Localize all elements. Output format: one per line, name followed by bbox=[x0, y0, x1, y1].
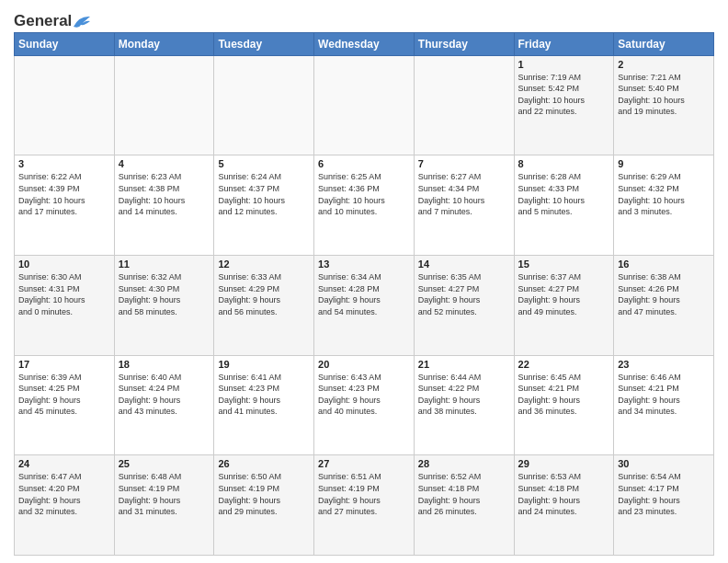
day-info: Sunrise: 7:19 AMSunset: 5:42 PMDaylight:… bbox=[518, 72, 610, 118]
day-info: Sunrise: 6:28 AMSunset: 4:33 PMDaylight:… bbox=[518, 171, 610, 217]
day-header-monday: Monday bbox=[114, 32, 214, 55]
day-header-friday: Friday bbox=[514, 32, 614, 55]
logo: General bbox=[14, 13, 92, 29]
calendar-cell: 1Sunrise: 7:19 AMSunset: 5:42 PMDaylight… bbox=[514, 55, 614, 155]
day-info: Sunrise: 6:47 AMSunset: 4:20 PMDaylight:… bbox=[18, 471, 110, 517]
day-info: Sunrise: 6:50 AMSunset: 4:19 PMDaylight:… bbox=[218, 471, 310, 517]
day-info: Sunrise: 6:25 AMSunset: 4:36 PMDaylight:… bbox=[318, 171, 410, 217]
calendar-cell bbox=[15, 55, 115, 155]
header: General bbox=[14, 9, 714, 29]
day-info: Sunrise: 6:43 AMSunset: 4:23 PMDaylight:… bbox=[318, 372, 410, 418]
calendar-cell bbox=[114, 55, 214, 155]
calendar-cell: 4Sunrise: 6:23 AMSunset: 4:38 PMDaylight… bbox=[114, 155, 214, 256]
day-number: 1 bbox=[518, 59, 610, 70]
calendar-cell: 25Sunrise: 6:48 AMSunset: 4:19 PMDayligh… bbox=[114, 455, 214, 556]
calendar-cell: 7Sunrise: 6:27 AMSunset: 4:34 PMDaylight… bbox=[414, 155, 514, 256]
day-info: Sunrise: 6:46 AMSunset: 4:21 PMDaylight:… bbox=[618, 372, 710, 418]
day-number: 25 bbox=[119, 458, 210, 469]
calendar-cell: 23Sunrise: 6:46 AMSunset: 4:21 PMDayligh… bbox=[614, 355, 714, 455]
day-header-sunday: Sunday bbox=[15, 32, 115, 55]
day-number: 11 bbox=[119, 259, 210, 270]
day-info: Sunrise: 6:34 AMSunset: 4:28 PMDaylight:… bbox=[318, 271, 410, 317]
day-number: 29 bbox=[518, 458, 610, 469]
day-number: 21 bbox=[418, 359, 510, 370]
day-number: 12 bbox=[218, 259, 310, 270]
day-header-thursday: Thursday bbox=[414, 32, 514, 55]
day-info: Sunrise: 6:33 AMSunset: 4:29 PMDaylight:… bbox=[218, 271, 310, 317]
calendar-cell: 2Sunrise: 7:21 AMSunset: 5:40 PMDaylight… bbox=[614, 55, 714, 155]
day-info: Sunrise: 6:39 AMSunset: 4:25 PMDaylight:… bbox=[18, 372, 110, 418]
day-number: 26 bbox=[218, 458, 310, 469]
day-header-saturday: Saturday bbox=[614, 32, 714, 55]
day-info: Sunrise: 6:52 AMSunset: 4:18 PMDaylight:… bbox=[418, 471, 510, 517]
calendar-cell: 21Sunrise: 6:44 AMSunset: 4:22 PMDayligh… bbox=[414, 355, 514, 455]
calendar-cell: 14Sunrise: 6:35 AMSunset: 4:27 PMDayligh… bbox=[414, 256, 514, 356]
calendar-cell: 8Sunrise: 6:28 AMSunset: 4:33 PMDaylight… bbox=[514, 155, 614, 256]
day-info: Sunrise: 6:54 AMSunset: 4:17 PMDaylight:… bbox=[618, 471, 710, 517]
logo-content: General bbox=[14, 13, 92, 29]
calendar-cell: 6Sunrise: 6:25 AMSunset: 4:36 PMDaylight… bbox=[314, 155, 415, 256]
day-number: 19 bbox=[218, 359, 310, 370]
calendar-cell: 12Sunrise: 6:33 AMSunset: 4:29 PMDayligh… bbox=[214, 256, 314, 356]
day-number: 7 bbox=[418, 158, 510, 169]
day-info: Sunrise: 6:35 AMSunset: 4:27 PMDaylight:… bbox=[418, 271, 510, 317]
day-number: 2 bbox=[618, 59, 710, 70]
calendar-cell: 19Sunrise: 6:41 AMSunset: 4:23 PMDayligh… bbox=[214, 355, 314, 455]
day-number: 20 bbox=[318, 359, 410, 370]
day-number: 16 bbox=[618, 259, 710, 270]
calendar-cell: 22Sunrise: 6:45 AMSunset: 4:21 PMDayligh… bbox=[514, 355, 614, 455]
calendar-cell: 18Sunrise: 6:40 AMSunset: 4:24 PMDayligh… bbox=[114, 355, 214, 455]
logo-line1: General bbox=[14, 13, 92, 30]
day-number: 3 bbox=[18, 158, 110, 169]
day-info: Sunrise: 6:30 AMSunset: 4:31 PMDaylight:… bbox=[18, 271, 110, 317]
calendar-table: SundayMondayTuesdayWednesdayThursdayFrid… bbox=[14, 32, 714, 556]
day-number: 9 bbox=[618, 158, 710, 169]
day-info: Sunrise: 6:37 AMSunset: 4:27 PMDaylight:… bbox=[518, 271, 610, 317]
calendar-cell: 20Sunrise: 6:43 AMSunset: 4:23 PMDayligh… bbox=[314, 355, 415, 455]
calendar-cell: 10Sunrise: 6:30 AMSunset: 4:31 PMDayligh… bbox=[15, 256, 115, 356]
day-info: Sunrise: 6:53 AMSunset: 4:18 PMDaylight:… bbox=[518, 471, 610, 517]
calendar-cell bbox=[414, 55, 514, 155]
calendar-cell bbox=[314, 55, 415, 155]
calendar-cell: 13Sunrise: 6:34 AMSunset: 4:28 PMDayligh… bbox=[314, 256, 415, 356]
calendar-cell: 16Sunrise: 6:38 AMSunset: 4:26 PMDayligh… bbox=[614, 256, 714, 356]
day-number: 4 bbox=[119, 158, 210, 169]
day-info: Sunrise: 6:48 AMSunset: 4:19 PMDaylight:… bbox=[119, 471, 210, 517]
day-header-tuesday: Tuesday bbox=[214, 32, 314, 55]
day-header-wednesday: Wednesday bbox=[314, 32, 415, 55]
calendar-cell: 11Sunrise: 6:32 AMSunset: 4:30 PMDayligh… bbox=[114, 256, 214, 356]
day-number: 22 bbox=[518, 359, 610, 370]
calendar-cell: 30Sunrise: 6:54 AMSunset: 4:17 PMDayligh… bbox=[614, 455, 714, 556]
day-info: Sunrise: 6:23 AMSunset: 4:38 PMDaylight:… bbox=[119, 171, 210, 217]
calendar-cell: 17Sunrise: 6:39 AMSunset: 4:25 PMDayligh… bbox=[15, 355, 115, 455]
calendar-cell: 27Sunrise: 6:51 AMSunset: 4:19 PMDayligh… bbox=[314, 455, 415, 556]
day-info: Sunrise: 7:21 AMSunset: 5:40 PMDaylight:… bbox=[618, 72, 710, 118]
day-number: 17 bbox=[18, 359, 110, 370]
day-info: Sunrise: 6:32 AMSunset: 4:30 PMDaylight:… bbox=[119, 271, 210, 317]
day-number: 27 bbox=[318, 458, 410, 469]
day-number: 15 bbox=[518, 259, 610, 270]
day-info: Sunrise: 6:22 AMSunset: 4:39 PMDaylight:… bbox=[18, 171, 110, 217]
day-number: 13 bbox=[318, 259, 410, 270]
day-number: 23 bbox=[618, 359, 710, 370]
day-number: 8 bbox=[518, 158, 610, 169]
day-info: Sunrise: 6:27 AMSunset: 4:34 PMDaylight:… bbox=[418, 171, 510, 217]
day-info: Sunrise: 6:40 AMSunset: 4:24 PMDaylight:… bbox=[119, 372, 210, 418]
calendar-cell: 24Sunrise: 6:47 AMSunset: 4:20 PMDayligh… bbox=[15, 455, 115, 556]
calendar-cell: 3Sunrise: 6:22 AMSunset: 4:39 PMDaylight… bbox=[15, 155, 115, 256]
day-info: Sunrise: 6:38 AMSunset: 4:26 PMDaylight:… bbox=[618, 271, 710, 317]
day-number: 14 bbox=[418, 259, 510, 270]
day-number: 5 bbox=[218, 158, 310, 169]
day-number: 6 bbox=[318, 158, 410, 169]
day-info: Sunrise: 6:29 AMSunset: 4:32 PMDaylight:… bbox=[618, 171, 710, 217]
day-info: Sunrise: 6:45 AMSunset: 4:21 PMDaylight:… bbox=[518, 372, 610, 418]
calendar-cell: 29Sunrise: 6:53 AMSunset: 4:18 PMDayligh… bbox=[514, 455, 614, 556]
day-number: 10 bbox=[18, 259, 110, 270]
page: General SundayMondayTuesdayWednesdayThur… bbox=[0, 0, 728, 563]
day-info: Sunrise: 6:24 AMSunset: 4:37 PMDaylight:… bbox=[218, 171, 310, 217]
calendar-cell: 28Sunrise: 6:52 AMSunset: 4:18 PMDayligh… bbox=[414, 455, 514, 556]
logo-bird-icon bbox=[72, 14, 92, 30]
day-number: 24 bbox=[18, 458, 110, 469]
calendar-cell: 5Sunrise: 6:24 AMSunset: 4:37 PMDaylight… bbox=[214, 155, 314, 256]
calendar-cell bbox=[214, 55, 314, 155]
